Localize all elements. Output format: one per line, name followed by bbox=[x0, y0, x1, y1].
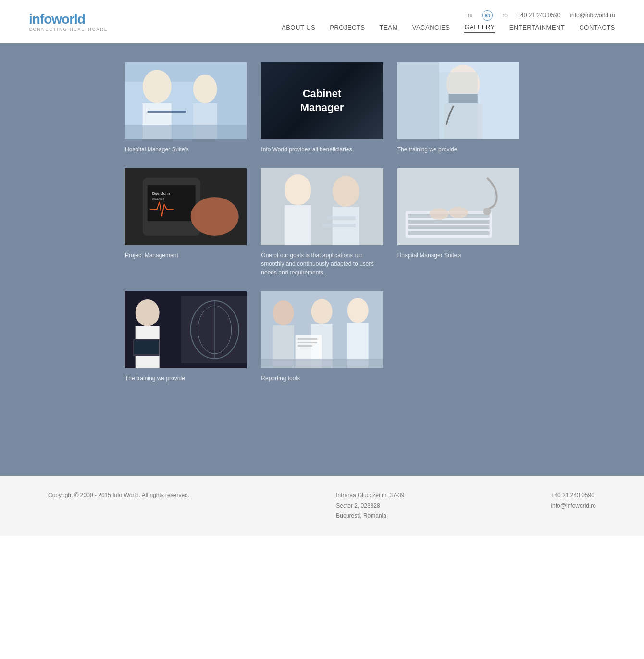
svg-rect-20 bbox=[125, 168, 247, 245]
logo: infoworld CONNECTING HEALTHCARE bbox=[29, 12, 108, 32]
svg-point-47 bbox=[273, 300, 294, 325]
nav-projects[interactable]: PROJECTS bbox=[330, 24, 365, 32]
main-content: Hospital Manager Suite's Cabinet Manager… bbox=[0, 43, 644, 476]
gallery-image-4[interactable]: Doe, John 064-571 bbox=[125, 168, 247, 245]
gallery-item-6: Hospital Manager Suite's bbox=[397, 168, 519, 277]
gallery-caption-7: The training we provide bbox=[125, 374, 247, 383]
svg-rect-6 bbox=[148, 111, 186, 113]
svg-rect-26 bbox=[327, 216, 356, 220]
logo-subtitle: CONNECTING HEALTHCARE bbox=[29, 27, 108, 32]
header-top-row: ru en ro +40 21 243 0590 info@infoworld.… bbox=[468, 10, 615, 21]
gallery-caption-3: The training we provide bbox=[397, 145, 519, 154]
gallery-image-6[interactable] bbox=[397, 168, 519, 245]
svg-point-36 bbox=[448, 207, 468, 218]
gallery-caption-8: Reporting tools bbox=[261, 374, 383, 383]
svg-rect-45 bbox=[134, 340, 159, 354]
gallery-item-3: The training we provide bbox=[397, 62, 519, 154]
svg-point-51 bbox=[347, 298, 369, 323]
gallery-item-4: Doe, John 064-571 Project Management bbox=[125, 168, 247, 277]
gallery-item-7: The training we provide bbox=[125, 291, 247, 383]
svg-rect-13 bbox=[429, 72, 477, 139]
svg-rect-30 bbox=[408, 214, 489, 218]
footer: Copyright © 2000 - 2015 Info World. All … bbox=[0, 476, 644, 536]
svg-rect-54 bbox=[298, 338, 317, 340]
footer-address: Intrarea Glucozei nr. 37-39 Sector 2, 02… bbox=[336, 490, 404, 522]
gallery-caption-5: One of our goals is that applications ru… bbox=[261, 251, 383, 277]
header-email[interactable]: info@infoworld.ro bbox=[570, 12, 615, 19]
svg-point-24 bbox=[333, 176, 359, 207]
svg-rect-32 bbox=[408, 225, 489, 229]
svg-point-34 bbox=[483, 208, 491, 215]
gallery-image-7[interactable] bbox=[125, 291, 247, 368]
cabinet-manager-text: Cabinet Manager bbox=[296, 82, 348, 119]
lang-en[interactable]: en bbox=[482, 10, 493, 21]
svg-rect-33 bbox=[408, 231, 489, 235]
nav-gallery[interactable]: GALLERY bbox=[464, 24, 495, 33]
header-phone: +40 21 243 0590 bbox=[517, 12, 560, 19]
gallery-caption-4: Project Management bbox=[125, 251, 247, 260]
gallery-caption-2: Info World provides all beneficiaries bbox=[261, 145, 383, 154]
gallery-grid: Hospital Manager Suite's Cabinet Manager… bbox=[125, 62, 519, 383]
gallery-image-5[interactable] bbox=[261, 168, 383, 245]
gallery-image-1[interactable] bbox=[125, 62, 247, 139]
nav-entertainment[interactable]: ENTERTAINMENT bbox=[509, 24, 565, 32]
svg-rect-21 bbox=[261, 168, 383, 245]
footer-copyright: Copyright © 2000 - 2015 Info World. All … bbox=[48, 490, 189, 501]
gallery-item-8: Reporting tools bbox=[261, 291, 383, 383]
nav-contacts[interactable]: CONTACTS bbox=[579, 24, 615, 32]
footer-contact: +40 21 243 0590 info@infoworld.ro bbox=[551, 490, 596, 511]
svg-rect-7 bbox=[125, 125, 247, 139]
gallery-item-2: Cabinet Manager Info World provides all … bbox=[261, 62, 383, 154]
svg-rect-57 bbox=[261, 359, 383, 368]
svg-point-35 bbox=[429, 208, 448, 220]
gallery-image-2[interactable]: Cabinet Manager bbox=[261, 62, 383, 139]
header: infoworld CONNECTING HEALTHCARE ru en ro… bbox=[0, 0, 644, 43]
gallery-image-3[interactable] bbox=[397, 62, 519, 139]
nav-vacancies[interactable]: VACANCIES bbox=[412, 24, 450, 32]
main-nav: ABOUT US PROJECTS TEAM VACANCIES GALLERY… bbox=[282, 24, 615, 33]
logo-text: infoworld bbox=[29, 12, 108, 27]
svg-point-4 bbox=[193, 75, 217, 103]
svg-rect-23 bbox=[285, 205, 311, 245]
nav-about-us[interactable]: ABOUT US bbox=[282, 24, 315, 32]
header-right: ru en ro +40 21 243 0590 info@infoworld.… bbox=[282, 10, 615, 33]
gallery-image-8[interactable] bbox=[261, 291, 383, 368]
svg-rect-55 bbox=[298, 342, 317, 343]
gallery-caption-1: Hospital Manager Suite's bbox=[125, 145, 247, 154]
svg-point-2 bbox=[143, 70, 172, 103]
lang-ro[interactable]: ro bbox=[502, 12, 508, 19]
svg-rect-27 bbox=[322, 224, 356, 227]
svg-rect-31 bbox=[408, 220, 489, 224]
svg-point-42 bbox=[136, 299, 160, 326]
svg-rect-56 bbox=[298, 345, 312, 347]
nav-team[interactable]: TEAM bbox=[380, 24, 398, 32]
lang-ru[interactable]: ru bbox=[468, 12, 473, 19]
gallery-caption-6: Hospital Manager Suite's bbox=[397, 251, 519, 260]
gallery-item-1: Hospital Manager Suite's bbox=[125, 62, 247, 154]
svg-point-49 bbox=[311, 299, 333, 324]
svg-point-22 bbox=[285, 174, 311, 205]
gallery-item-5: One of our goals is that applications ru… bbox=[261, 168, 383, 277]
